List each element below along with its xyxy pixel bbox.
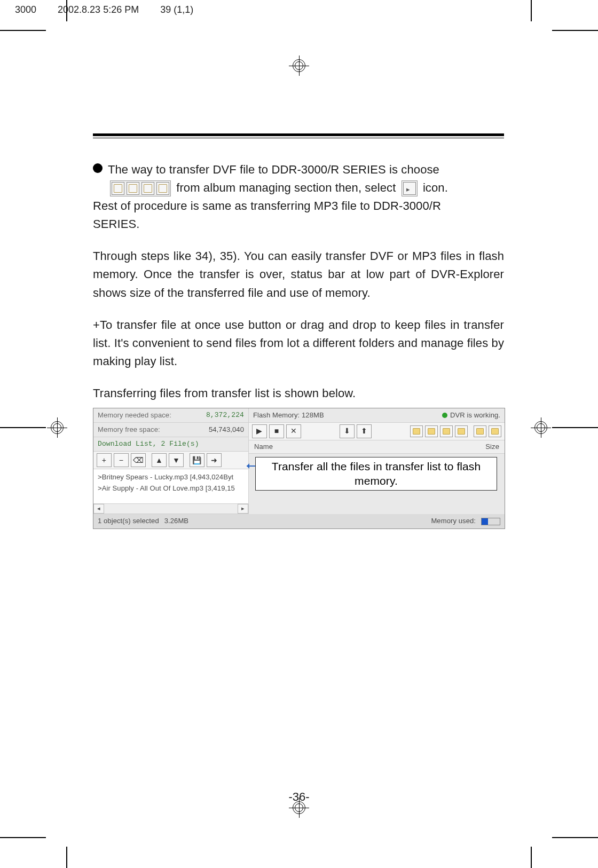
move-down-button[interactable]: ▼ xyxy=(169,453,184,467)
clear-button[interactable]: ⌫ xyxy=(131,453,146,467)
screenshot-panel: Memory needed space: 8,372,224 Memory fr… xyxy=(93,408,505,529)
right-toolbar: ▶ ■ ✕ ⬇ ⬆ xyxy=(249,423,505,440)
flash-memory-label: Flash Memory: 128MB xyxy=(253,410,324,421)
paragraph-3: +To transfer file at once use button or … xyxy=(93,316,504,370)
bullet-line-2b: icon. xyxy=(423,181,448,194)
dvr-state: DVR is working. xyxy=(442,410,500,421)
status-bar: 1 object(s) selected 3.26MB Memory used: xyxy=(93,514,505,528)
paragraph-2: Through steps like 34), 35). You can eas… xyxy=(93,247,504,302)
file-row-1[interactable]: >Britney Spears - Lucky.mp3 [4,943,024By… xyxy=(98,472,244,483)
hdr-part-3: 39 (1,1) xyxy=(160,4,193,15)
registration-mark-icon xyxy=(47,417,67,438)
album-b-icon[interactable] xyxy=(425,425,438,437)
mem-free-label: Memory free space: xyxy=(98,424,160,435)
album-d-icon[interactable] xyxy=(455,425,468,437)
download-button[interactable]: ⬇ xyxy=(340,424,355,438)
memory-used-indicator-icon xyxy=(481,518,500,525)
album-c-icon[interactable] xyxy=(440,425,453,437)
mem-free-value: 54,743,040 xyxy=(209,424,244,435)
bullet-line-1: The way to transfer DVF file to DDR-3000… xyxy=(108,163,439,176)
status-objects: 1 object(s) selected xyxy=(98,516,159,526)
registration-mark-icon xyxy=(531,417,551,438)
bullet-line-2a: from album managing section then, select xyxy=(176,181,396,194)
crop-mark xyxy=(531,0,532,21)
mem-needed-row: Memory needed space: 8,372,224 xyxy=(93,408,248,423)
folder-c-icon xyxy=(141,182,154,195)
memory-used-label: Memory used: xyxy=(431,516,476,526)
move-up-button[interactable]: ▲ xyxy=(152,453,167,467)
status-size: 3.26MB xyxy=(164,516,188,526)
registration-mark-icon xyxy=(289,56,309,76)
doc-spool-header: 3000 2002.8.23 5:26 PM 39 (1,1) xyxy=(0,1,193,18)
add-button[interactable]: + xyxy=(97,453,112,467)
album-folders-icon xyxy=(110,180,171,196)
refresh-icon[interactable] xyxy=(489,425,501,437)
bullet-item: The way to transfer DVF file to DDR-3000… xyxy=(93,161,504,233)
crop-mark xyxy=(0,427,46,428)
format-icon[interactable] xyxy=(474,425,486,437)
status-led-icon xyxy=(442,413,447,418)
crop-mark xyxy=(66,847,67,868)
stop-button[interactable]: ■ xyxy=(269,424,284,438)
horizontal-scrollbar[interactable]: ◂▸ xyxy=(93,504,248,514)
mem-free-row: Memory free space: 54,743,040 xyxy=(93,423,248,437)
page-root: 3000 2002.8.23 5:26 PM 39 (1,1) The way … xyxy=(0,0,598,868)
bullet-line-3: Rest of procedure is same as transferrin… xyxy=(93,197,441,215)
scroll-left-icon[interactable]: ◂ xyxy=(93,504,104,514)
transfer-down-icon xyxy=(402,180,418,196)
crop-mark xyxy=(552,837,598,838)
mem-needed-label: Memory needed space: xyxy=(98,410,171,421)
flash-header-row: Flash Memory: 128MB DVR is working. xyxy=(249,408,505,423)
crop-mark xyxy=(66,0,67,21)
page-number: -36- xyxy=(288,790,309,804)
callout-box: Transfer all the files in transfer list … xyxy=(255,457,497,491)
mem-needed-value: 8,372,224 xyxy=(206,410,244,421)
bullet-icon xyxy=(93,163,103,173)
flash-column-headers: Name Size xyxy=(249,440,505,454)
crop-mark xyxy=(0,30,46,31)
crop-mark xyxy=(552,30,598,31)
hdr-part-2: 2002.8.23 5:26 PM xyxy=(58,4,139,15)
crop-mark xyxy=(531,847,532,868)
size-header: Size xyxy=(485,441,499,452)
delete-button[interactable]: ✕ xyxy=(286,424,301,438)
name-header: Name xyxy=(254,441,273,452)
download-list-pane[interactable]: >Britney Spears - Lucky.mp3 [4,943,024By… xyxy=(93,469,248,504)
album-a-icon[interactable] xyxy=(410,425,423,437)
play-button[interactable]: ▶ xyxy=(252,424,267,438)
bullet-line-4: SERIES. xyxy=(93,215,140,233)
remove-button[interactable]: − xyxy=(114,453,129,467)
transfer-all-button[interactable]: ➜ xyxy=(207,453,222,467)
folder-a-icon xyxy=(112,182,124,195)
scroll-right-icon[interactable]: ▸ xyxy=(238,504,248,514)
paragraph-4: Transferring files from transfer list is… xyxy=(93,384,504,403)
save-button[interactable]: 💾 xyxy=(190,453,204,467)
folder-b-icon xyxy=(127,182,139,195)
folder-d-icon xyxy=(156,182,169,195)
hdr-part-1: 3000 xyxy=(15,4,36,15)
content-column: The way to transfer DVF file to DDR-3000… xyxy=(93,133,504,529)
left-toolbar: + − ⌫ ▲ ▼ 💾 ➜ xyxy=(93,452,248,469)
section-rule xyxy=(93,133,504,138)
crop-mark xyxy=(0,837,46,838)
flash-list-pane[interactable]: Transfer all the files in transfer list … xyxy=(249,454,505,483)
download-list-label: Download List, 2 File(s) xyxy=(93,437,248,452)
upload-button[interactable]: ⬆ xyxy=(357,424,372,438)
file-row-2[interactable]: >Air Supply - All Out Of Love.mp3 [3,419… xyxy=(98,483,244,494)
crop-mark xyxy=(552,427,598,428)
